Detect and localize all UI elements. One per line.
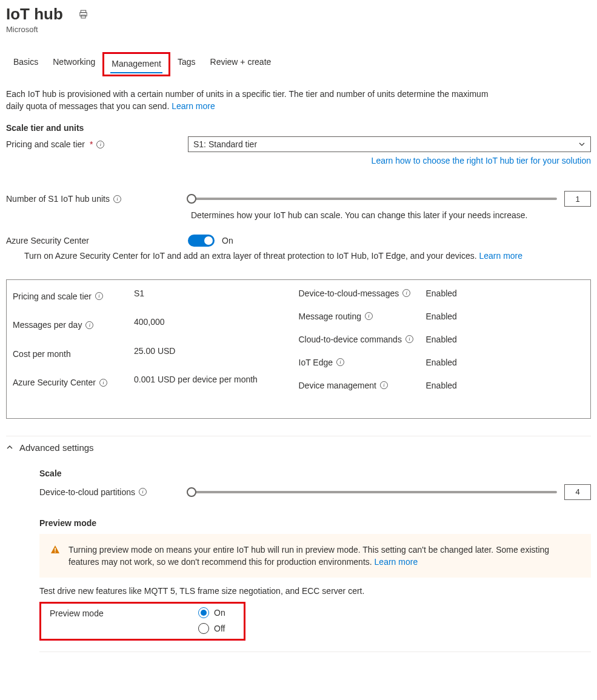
summary-value: Enabled	[426, 335, 585, 344]
intro-learn-link[interactable]: Learn more	[172, 101, 215, 111]
info-icon[interactable]: i	[405, 335, 413, 343]
page-title: IoT hub	[6, 5, 63, 24]
svg-rect-0	[81, 10, 86, 13]
preview-warning-callout: Turning preview mode on means your entir…	[39, 534, 591, 578]
slider-thumb[interactable]	[187, 194, 196, 204]
partitions-label: Device-to-cloud partitions i	[39, 487, 188, 497]
tab-basics[interactable]: Basics	[6, 52, 45, 76]
advanced-heading: Advanced settings	[19, 442, 94, 453]
page-header: IoT hub Microsoft	[6, 5, 591, 34]
summary-label: Cost per month	[13, 346, 134, 362]
preview-radio-on[interactable]: On	[198, 607, 225, 618]
security-toggle-state: On	[222, 236, 233, 245]
summary-label: Pricing and scale tieri	[13, 288, 134, 304]
info-icon[interactable]: i	[365, 312, 373, 320]
summary-label: Azure Security Centeri	[13, 375, 134, 390]
summary-label: Cloud-to-device commandsi	[299, 335, 426, 344]
choose-tier-link[interactable]: Learn how to choose the right IoT hub ti…	[372, 156, 591, 165]
preview-warning-text: Turning preview mode on means your entir…	[68, 545, 549, 567]
units-label: Number of S1 IoT hub units i	[6, 194, 188, 204]
advanced-toggle[interactable]: Advanced settings	[6, 436, 591, 459]
security-toggle[interactable]	[188, 235, 215, 247]
summary-value: 0.001 USD per device per month	[134, 375, 299, 390]
summary-label: Message routingi	[299, 312, 426, 321]
pricing-tier-select[interactable]: S1: Standard tier	[188, 136, 591, 152]
partitions-value-box[interactable]: 4	[564, 484, 591, 500]
security-label: Azure Security Center	[6, 236, 188, 245]
intro-text: Each IoT hub is provisioned with a certa…	[6, 88, 491, 112]
scale-heading: Scale tier and units	[6, 123, 591, 133]
summary-label: IoT Edgei	[299, 358, 426, 367]
highlight-box-preview-mode: Preview mode On Off	[39, 602, 245, 641]
divider	[39, 652, 591, 652]
units-slider[interactable]	[188, 198, 557, 200]
summary-label: Device managementi	[299, 381, 426, 390]
highlight-box-management-tab: Management	[102, 52, 170, 76]
tabs: Basics Networking Management Tags Review…	[6, 52, 591, 76]
radio-icon	[198, 607, 209, 618]
summary-value: 25.00 USD	[134, 346, 299, 362]
info-icon[interactable]: i	[95, 292, 103, 300]
security-learn-link[interactable]: Learn more	[479, 251, 522, 261]
info-icon[interactable]: i	[113, 195, 121, 203]
info-icon[interactable]: i	[380, 381, 388, 389]
summary-value: Enabled	[426, 288, 585, 298]
summary-box: Pricing and scale tieriS1Messages per da…	[6, 279, 591, 419]
pricing-tier-value: S1: Standard tier	[193, 139, 257, 149]
summary-label: Device-to-cloud-messagesi	[299, 288, 426, 298]
info-icon[interactable]: i	[336, 358, 344, 366]
summary-value: 400,000	[134, 317, 299, 333]
info-icon[interactable]: i	[402, 289, 410, 297]
slider-thumb[interactable]	[187, 487, 196, 497]
radio-icon	[198, 623, 209, 634]
pricing-label: Pricing and scale tier* i	[6, 139, 188, 149]
print-icon[interactable]	[78, 9, 88, 19]
svg-rect-2	[81, 15, 85, 18]
tab-review[interactable]: Review + create	[203, 52, 279, 76]
security-desc: Turn on Azure Security Center for IoT an…	[24, 250, 591, 262]
intro-body: Each IoT hub is provisioned with a certa…	[6, 89, 489, 111]
partitions-slider[interactable]	[188, 491, 557, 493]
summary-value: Enabled	[426, 358, 585, 367]
preview-radio-off[interactable]: Off	[198, 623, 225, 634]
preview-test-text: Test drive new features like MQTT 5, TLS…	[39, 586, 591, 596]
tab-management[interactable]: Management	[104, 54, 168, 75]
page-subtitle: Microsoft	[6, 25, 591, 34]
preview-heading: Preview mode	[39, 518, 591, 528]
preview-learn-link[interactable]: Learn more	[375, 557, 418, 567]
info-icon[interactable]: i	[96, 141, 104, 148]
units-value-box[interactable]: 1	[564, 191, 591, 207]
info-icon[interactable]: i	[139, 488, 147, 496]
info-icon[interactable]: i	[85, 321, 93, 329]
summary-value: S1	[134, 288, 299, 304]
adv-scale-heading: Scale	[39, 468, 591, 478]
info-icon[interactable]: i	[99, 379, 107, 387]
svg-rect-3	[55, 548, 56, 551]
svg-rect-4	[55, 552, 56, 553]
preview-radio-label: Preview mode	[50, 607, 198, 634]
tab-networking[interactable]: Networking	[45, 52, 102, 76]
warning-icon	[50, 545, 60, 555]
tab-tags[interactable]: Tags	[170, 52, 203, 76]
summary-value: Enabled	[426, 312, 585, 321]
chevron-down-icon	[578, 141, 585, 148]
summary-value: Enabled	[426, 381, 585, 390]
summary-label: Messages per dayi	[13, 317, 134, 333]
chevron-up-icon	[6, 444, 13, 451]
units-caption: Determines how your IoT hub can scale. Y…	[191, 210, 591, 220]
